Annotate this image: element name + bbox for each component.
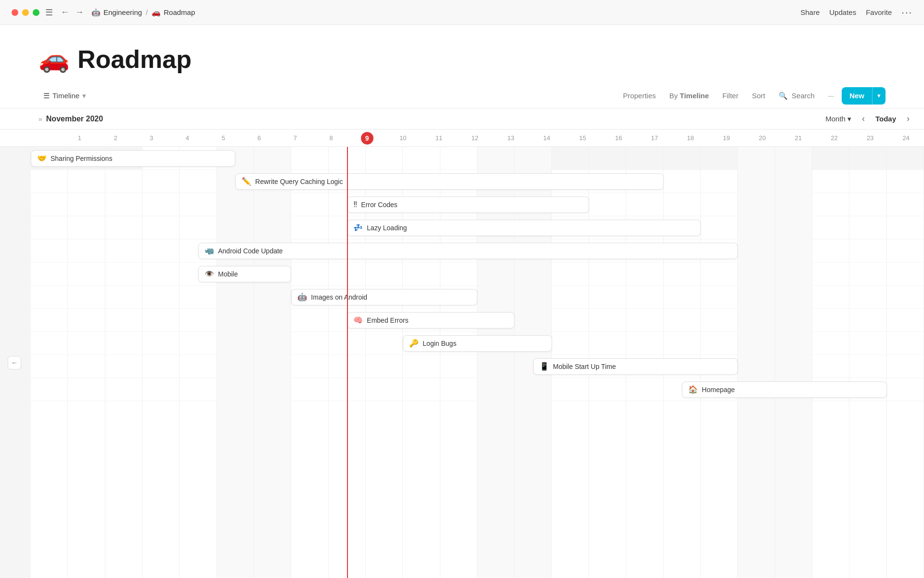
month-selector[interactable]: Month ▾ — [821, 113, 855, 125]
task-row: 📱Mobile Start Up Time — [0, 355, 924, 378]
prev-period-button[interactable]: ‹ — [859, 112, 868, 126]
task-label: Android Code Update — [218, 247, 283, 255]
date-cell-20: 20 — [744, 130, 781, 147]
nav-arrows: ← → — [59, 6, 86, 18]
timeline-body: ← 🤝Sharing Permissions✏️Rewrite Query Ca… — [0, 147, 924, 578]
task-bar-login-bugs[interactable]: 🔑Login Bugs — [403, 335, 552, 352]
task-emoji: ‼️ — [353, 200, 357, 209]
date-cell-15: 15 — [565, 130, 601, 147]
toolbar: ☰ Timeline ▾ Properties By Timeline Filt… — [0, 83, 924, 108]
page-title-area: 🚗 Roadmap — [38, 44, 886, 74]
fast-forward-icon[interactable]: » — [38, 115, 42, 123]
share-button[interactable]: Share — [800, 8, 820, 16]
date-cell-24: 24 — [888, 130, 924, 147]
page-title-emoji: 🚗 — [38, 44, 70, 74]
page-header: 🚗 Roadmap — [0, 25, 924, 83]
page-emoji: 🚗 — [152, 8, 161, 17]
breadcrumb: 🤖 Engineering / 🚗 Roadmap — [91, 8, 195, 17]
sort-button[interactable]: Sort — [746, 89, 771, 103]
workspace-name: Engineering — [103, 8, 142, 16]
date-cell-7: 7 — [277, 130, 313, 147]
forward-button[interactable]: → — [73, 6, 86, 18]
by-label: By — [669, 92, 678, 100]
task-bar-homepage[interactable]: 🏠Homepage — [682, 381, 886, 398]
back-scroll-button[interactable]: ← — [8, 356, 21, 369]
workspace-emoji: 🤖 — [91, 8, 101, 17]
task-bar-mobile-start-up-time[interactable]: 📱Mobile Start Up Time — [533, 358, 738, 375]
titlebar: ☰ ← → 🤖 Engineering / 🚗 Roadmap Share Up… — [0, 0, 924, 25]
main-content: 🚗 Roadmap ☰ Timeline ▾ Properties By Tim… — [0, 25, 924, 578]
favorite-button[interactable]: Favorite — [866, 8, 892, 16]
date-ruler: 123456789101112131415161718192021222324 — [0, 130, 924, 147]
date-cell-10: 10 — [385, 130, 421, 147]
more-options-button[interactable]: ··· — [901, 7, 912, 18]
view-selector[interactable]: ☰ Timeline ▾ — [38, 90, 91, 102]
task-row: 🦏Android Code Update — [0, 239, 924, 263]
task-bar-sharing-permissions[interactable]: 🤝Sharing Permissions — [31, 150, 235, 167]
task-label: Mobile — [218, 270, 238, 278]
date-cell-23: 23 — [852, 130, 888, 147]
search-icon: 🔍 — [779, 92, 788, 100]
task-bar-images-on-android[interactable]: 🤖Images on Android — [291, 289, 477, 305]
new-button-label[interactable]: New — [842, 88, 872, 104]
close-traffic-light[interactable] — [12, 9, 18, 16]
current-period-label: November 2020 — [46, 115, 103, 123]
task-row: ‼️Error Codes — [0, 193, 924, 216]
new-btn-dropdown-icon[interactable]: ▾ — [873, 88, 886, 103]
today-button[interactable]: Today — [872, 113, 900, 125]
task-emoji: 💤 — [353, 223, 363, 232]
task-row: 💤Lazy Loading — [0, 216, 924, 239]
date-cell-22: 22 — [816, 130, 852, 147]
updates-button[interactable]: Updates — [829, 8, 856, 16]
date-cell-6: 6 — [241, 130, 277, 147]
date-cell-18: 18 — [672, 130, 708, 147]
task-row: 🧠Embed Errors — [0, 309, 924, 332]
date-cell-17: 17 — [637, 130, 673, 147]
task-emoji: 🤖 — [297, 292, 307, 302]
next-period-button[interactable]: › — [904, 112, 912, 126]
date-cell-16: 16 — [601, 130, 637, 147]
toolbar-right: Properties By Timeline Filter Sort 🔍 Sea… — [617, 87, 886, 105]
date-cell-12: 12 — [457, 130, 493, 147]
breadcrumb-separator: / — [146, 8, 148, 16]
month-chevron-icon: ▾ — [847, 115, 851, 123]
task-row: 🔑Login Bugs — [0, 332, 924, 355]
search-button[interactable]: 🔍 Search — [773, 89, 821, 103]
task-bar-rewrite-query-caching-logic[interactable]: ✏️Rewrite Query Caching Logic — [235, 173, 663, 190]
breadcrumb-workspace[interactable]: 🤖 Engineering — [91, 8, 142, 17]
by-timeline-button[interactable]: By Timeline — [664, 89, 715, 103]
date-cell-8: 8 — [313, 130, 349, 147]
more-toolbar-button[interactable]: ··· — [822, 89, 840, 103]
properties-button[interactable]: Properties — [617, 89, 661, 103]
date-cell-21: 21 — [780, 130, 816, 147]
task-label: Sharing Permissions — [51, 155, 112, 162]
month-label: Month — [825, 115, 846, 123]
timeline-nav: » November 2020 Month ▾ ‹ Today › — [0, 108, 924, 130]
hamburger-icon[interactable]: ☰ — [45, 7, 53, 18]
task-bar-error-codes[interactable]: ‼️Error Codes — [347, 197, 589, 213]
back-button[interactable]: ← — [59, 6, 71, 18]
task-label: Rewrite Query Caching Logic — [255, 178, 343, 185]
maximize-traffic-light[interactable] — [33, 9, 39, 16]
task-bar-android-code-update[interactable]: 🦏Android Code Update — [198, 243, 738, 259]
date-cell-9: 9 — [349, 130, 385, 147]
breadcrumb-page[interactable]: 🚗 Roadmap — [152, 8, 195, 17]
new-button[interactable]: New ▾ — [842, 87, 886, 105]
timeline-label: Timeline — [680, 92, 709, 100]
task-label: Embed Errors — [367, 316, 408, 324]
task-label: Mobile Start Up Time — [553, 363, 616, 370]
task-label: Error Codes — [361, 201, 397, 209]
date-cell-4: 4 — [169, 130, 205, 147]
task-emoji: 🧠 — [353, 315, 363, 325]
view-label: Timeline — [52, 92, 79, 100]
task-label: Lazy Loading — [367, 224, 407, 232]
task-bar-embed-errors[interactable]: 🧠Embed Errors — [347, 312, 514, 328]
task-bar-mobile[interactable]: 👁️Mobile — [198, 266, 291, 282]
task-bar-lazy-loading[interactable]: 💤Lazy Loading — [347, 220, 701, 236]
date-cell-19: 19 — [708, 130, 744, 147]
page-name: Roadmap — [164, 8, 195, 16]
filter-button[interactable]: Filter — [717, 89, 744, 103]
toolbar-left: ☰ Timeline ▾ — [38, 90, 91, 102]
minimize-traffic-light[interactable] — [22, 9, 29, 16]
task-emoji: ✏️ — [242, 177, 251, 186]
